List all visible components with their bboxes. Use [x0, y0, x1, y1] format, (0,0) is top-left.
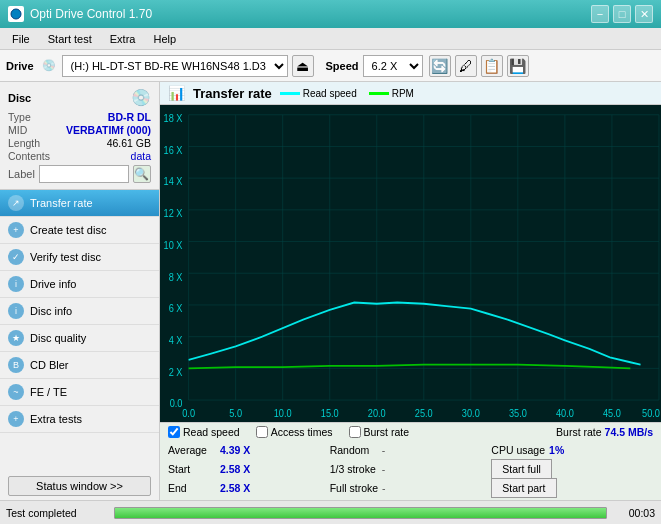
- stats-start-key: Start: [168, 463, 216, 475]
- eject-button[interactable]: ⏏: [292, 55, 314, 77]
- drive-icon: 💿: [42, 59, 56, 72]
- burst-rate-val: 74.5 MB/s: [605, 426, 653, 438]
- nav-item-transfer-rate[interactable]: ↗ Transfer rate: [0, 190, 159, 217]
- stats-random-val: -: [382, 444, 386, 456]
- nav-item-create-test-disc[interactable]: + Create test disc: [0, 217, 159, 244]
- nav-icon-create-test-disc: +: [8, 222, 24, 238]
- disc-label-btn[interactable]: 🔍: [133, 165, 151, 183]
- nav-item-cd-bler[interactable]: B CD Bler: [0, 352, 159, 379]
- burst-rate-display: Burst rate 74.5 MB/s: [556, 426, 653, 438]
- disc-label: Disc: [8, 92, 31, 104]
- nav-icon-fe-te: ~: [8, 384, 24, 400]
- start-part-button[interactable]: Start part: [491, 478, 556, 498]
- menu-start-test[interactable]: Start test: [40, 31, 100, 47]
- checkboxes-row: Read speed Access times Burst rate Burst…: [168, 426, 653, 438]
- status-window-button[interactable]: Status window >>: [8, 476, 151, 496]
- nav-item-drive-info[interactable]: i Drive info: [0, 271, 159, 298]
- nav-icon-verify-test-disc: ✓: [8, 249, 24, 265]
- checkbox-burst-rate[interactable]: Burst rate: [349, 426, 410, 438]
- nav-item-fe-te[interactable]: ~ FE / TE: [0, 379, 159, 406]
- maximize-button[interactable]: □: [613, 5, 631, 23]
- disc-panel-header: Disc 💿: [8, 88, 151, 107]
- menu-bar: File Start test Extra Help: [0, 28, 661, 50]
- checkbox-access-times-input[interactable]: [256, 426, 268, 438]
- speed-label: Speed: [326, 60, 359, 72]
- nav-icon-disc-info: i: [8, 303, 24, 319]
- drive-select[interactable]: (H:) HL-DT-ST BD-RE WH16NS48 1.D3: [62, 55, 288, 77]
- stats-random-key: Random: [330, 444, 378, 456]
- svg-text:16 X: 16 X: [164, 144, 183, 156]
- stats-rows: Average 4.39 X Start 2.58 X End 2.58 X: [168, 441, 653, 497]
- svg-text:8 X: 8 X: [169, 271, 183, 283]
- stats-cpu-val: 1%: [549, 444, 589, 456]
- chart-header: 📊 Transfer rate Read speed RPM: [160, 82, 661, 105]
- stats-average-key: Average: [168, 444, 216, 456]
- title-bar: Opti Drive Control 1.70 − □ ✕: [0, 0, 661, 28]
- stats-start-row: Start 2.58 X: [168, 460, 330, 478]
- svg-point-0: [11, 9, 21, 19]
- disc-label-row: Label 🔍: [8, 165, 151, 183]
- chart-svg-container: 18 X 16 X 14 X 12 X 10 X 8 X 6 X 4 X 2 X…: [160, 105, 661, 422]
- start-full-button[interactable]: Start full: [491, 459, 552, 479]
- close-button[interactable]: ✕: [635, 5, 653, 23]
- menu-help[interactable]: Help: [145, 31, 184, 47]
- nav-label-verify-test-disc: Verify test disc: [30, 251, 101, 263]
- stats-cpu-key: CPU usage: [491, 444, 545, 456]
- nav-icon-transfer-rate: ↗: [8, 195, 24, 211]
- disc-length-row: Length 46.61 GB: [8, 137, 151, 149]
- svg-text:10.0: 10.0: [274, 407, 292, 419]
- svg-text:5.0: 5.0: [229, 407, 242, 419]
- nav-item-disc-info[interactable]: i Disc info: [0, 298, 159, 325]
- stats-col-1: Average 4.39 X Start 2.58 X End 2.58 X: [168, 441, 330, 497]
- stats-start-val: 2.58 X: [220, 463, 260, 475]
- disc-contents-val[interactable]: data: [131, 150, 151, 162]
- nav-label-extra-tests: Extra tests: [30, 413, 82, 425]
- toolbar: Drive 💿 (H:) HL-DT-ST BD-RE WH16NS48 1.D…: [0, 50, 661, 82]
- checkbox-read-speed[interactable]: Read speed: [168, 426, 240, 438]
- disc-panel: Disc 💿 Type BD-R DL MID VERBATIMf (000) …: [0, 82, 159, 190]
- speed-select[interactable]: 6.2 X: [363, 55, 423, 77]
- action-button2[interactable]: 📋: [481, 55, 503, 77]
- svg-text:50.0 GB: 50.0 GB: [642, 407, 661, 419]
- stats-col-2: Random - 1/3 stroke - Full stroke -: [330, 441, 492, 497]
- svg-text:2 X: 2 X: [169, 366, 183, 378]
- nav-label-fe-te: FE / TE: [30, 386, 67, 398]
- disc-mid-val: VERBATIMf (000): [66, 124, 151, 136]
- disc-type-key: Type: [8, 111, 31, 123]
- stats-fullstroke-row: Full stroke -: [330, 479, 492, 497]
- nav-item-extra-tests[interactable]: + Extra tests: [0, 406, 159, 433]
- nav-label-disc-info: Disc info: [30, 305, 72, 317]
- legend-label-read-speed: Read speed: [303, 88, 357, 99]
- stats-col-3: CPU usage 1% Start full Start part: [491, 441, 653, 497]
- app-icon: [8, 6, 24, 22]
- chart-legend: Read speed RPM: [280, 88, 414, 99]
- minimize-button[interactable]: −: [591, 5, 609, 23]
- save-button[interactable]: 💾: [507, 55, 529, 77]
- nav-item-disc-quality[interactable]: ★ Disc quality: [0, 325, 159, 352]
- chart-svg: 18 X 16 X 14 X 12 X 10 X 8 X 6 X 4 X 2 X…: [160, 105, 661, 422]
- checkbox-read-speed-input[interactable]: [168, 426, 180, 438]
- stats-stroke1-row: 1/3 stroke -: [330, 460, 492, 478]
- svg-text:25.0: 25.0: [415, 407, 433, 419]
- status-text: Test completed: [6, 507, 106, 519]
- menu-file[interactable]: File: [4, 31, 38, 47]
- chart-title-icon: 📊: [168, 85, 185, 101]
- stats-end-key: End: [168, 482, 216, 494]
- nav-icon-drive-info: i: [8, 276, 24, 292]
- menu-extra[interactable]: Extra: [102, 31, 144, 47]
- stats-average-val: 4.39 X: [220, 444, 260, 456]
- svg-text:14 X: 14 X: [164, 176, 183, 188]
- action-button1[interactable]: 🖊: [455, 55, 477, 77]
- nav-item-verify-test-disc[interactable]: ✓ Verify test disc: [0, 244, 159, 271]
- svg-text:6 X: 6 X: [169, 303, 183, 315]
- nav-icon-cd-bler: B: [8, 357, 24, 373]
- stats-startfull-row[interactable]: Start full: [491, 460, 653, 478]
- checkbox-access-times[interactable]: Access times: [256, 426, 333, 438]
- stats-average-row: Average 4.39 X: [168, 441, 330, 459]
- checkbox-burst-rate-input[interactable]: [349, 426, 361, 438]
- refresh-button[interactable]: 🔄: [429, 55, 451, 77]
- stats-random-row: Random -: [330, 441, 492, 459]
- svg-text:18 X: 18 X: [164, 112, 183, 124]
- stats-startpart-row[interactable]: Start part: [491, 479, 653, 497]
- disc-label-input[interactable]: [39, 165, 129, 183]
